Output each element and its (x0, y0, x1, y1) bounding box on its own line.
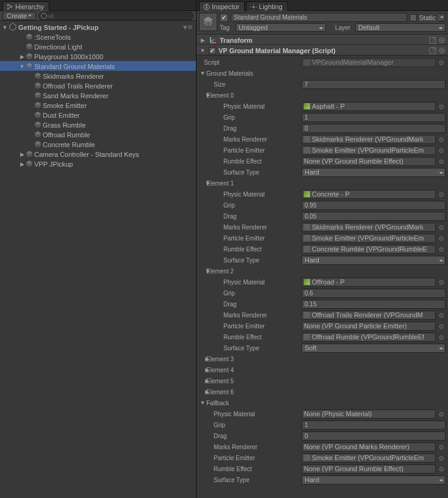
object-field[interactable]: None (VP Ground Particle Emitter) (302, 322, 436, 331)
number-field[interactable] (302, 124, 446, 133)
hierarchy-item[interactable]: Smoke Emitter (0, 100, 196, 110)
hierarchy-item[interactable]: ▼ Standard Ground Materials (0, 61, 196, 71)
foldout-icon[interactable] (27, 85, 34, 86)
foldout-icon[interactable]: ▶ (18, 151, 26, 157)
number-field[interactable] (302, 431, 446, 441)
number-field[interactable] (302, 420, 446, 430)
object-picker-icon[interactable]: ⊙ (437, 234, 446, 242)
object-field[interactable]: Skidmarks Renderer (VPGroundMark (302, 135, 436, 144)
foldout-icon[interactable] (27, 134, 34, 135)
static-checkbox[interactable] (410, 14, 417, 21)
hierarchy-item[interactable]: Sand Marks Renderer (0, 90, 196, 100)
object-field[interactable]: Offroad Rumble (VPGroundRumbleEf (302, 333, 436, 342)
object-picker-icon[interactable]: ⊙ (437, 102, 446, 110)
foldout-icon[interactable]: ▼ (199, 48, 206, 54)
hierarchy-item[interactable]: Grass Rumble (0, 120, 196, 129)
object-picker-icon[interactable]: ⊙ (437, 442, 446, 451)
object-field[interactable]: None (VP Ground Marks Renderer) (302, 442, 436, 452)
hierarchy-tree[interactable]: ▼ Getting Started - JPickup ▾≡ :SceneToo… (0, 21, 196, 498)
object-picker-icon[interactable]: ⊙ (437, 453, 446, 462)
foldout-icon[interactable]: ▶ (18, 161, 26, 167)
foldout-icon[interactable]: ▶ (199, 389, 206, 395)
foldout-icon[interactable] (27, 144, 34, 145)
enum-dropdown[interactable]: Soft (302, 344, 446, 353)
hierarchy-item[interactable]: Concrete Rumble (0, 139, 196, 149)
object-picker-icon[interactable]: ⊙ (437, 322, 446, 330)
size-field[interactable] (302, 80, 446, 89)
static-dropdown[interactable] (438, 13, 446, 21)
foldout-icon[interactable] (18, 37, 26, 37)
object-picker-icon[interactable]: ⊙ (437, 278, 446, 286)
object-picker-icon[interactable]: ⊙ (437, 135, 446, 143)
tag-dropdown[interactable]: Untagged (236, 23, 326, 32)
hierarchy-item[interactable]: ▶ VPP JPickup (0, 159, 196, 168)
object-picker-icon[interactable]: ⊙ (437, 245, 446, 253)
object-picker-icon[interactable]: ⊙ (437, 190, 446, 198)
foldout-icon[interactable]: ▶ (199, 367, 206, 373)
hierarchy-item[interactable]: ▶ Camera Controller - Standard Keys (0, 149, 196, 159)
number-field[interactable] (302, 300, 446, 309)
foldout-icon[interactable]: ▼ (1, 24, 9, 31)
foldout-icon[interactable]: ▼ (18, 63, 26, 70)
foldout-icon[interactable] (27, 115, 34, 115)
foldout-icon[interactable]: ▶ (199, 378, 206, 384)
object-picker-icon[interactable]: ⊙ (437, 410, 446, 418)
foldout-icon[interactable]: ▶ (199, 37, 206, 43)
enum-dropdown[interactable]: Hard (302, 256, 446, 265)
object-picker-icon[interactable]: ⊙ (437, 311, 446, 319)
foldout-icon[interactable] (27, 125, 34, 125)
foldout-icon[interactable] (27, 76, 34, 76)
foldout-icon[interactable]: ▶ (18, 53, 26, 60)
object-field[interactable]: Smoke Emitter (VPGroundParticleEm (302, 146, 436, 155)
object-field[interactable]: Concrete - P (302, 190, 436, 199)
hierarchy-item[interactable]: Dust Emitter (0, 110, 196, 120)
foldout-icon[interactable]: ▼ (199, 268, 206, 274)
hierarchy-item[interactable]: Offroad Trails Renderer (0, 81, 196, 90)
object-field[interactable]: None (VP Ground Rumble Effect) (302, 157, 436, 166)
foldout-icon[interactable]: ▶ (199, 356, 206, 362)
foldout-icon[interactable]: ▼ (199, 92, 206, 98)
help-icon[interactable]: ? (429, 47, 436, 54)
hierarchy-item[interactable]: :SceneTools (0, 32, 196, 42)
object-picker-icon[interactable]: ⊙ (437, 157, 446, 165)
gear-icon[interactable] (438, 37, 446, 44)
foldout-icon[interactable] (18, 46, 26, 47)
scene-root[interactable]: ▼ Getting Started - JPickup ▾≡ (0, 22, 196, 32)
object-picker-icon[interactable]: ⊙ (437, 223, 446, 231)
number-field[interactable] (302, 212, 446, 221)
object-field[interactable]: Smoke Emitter (VPGroundParticleEm (302, 453, 436, 463)
object-field[interactable]: Skidmarks Renderer (VPGroundMark (302, 223, 436, 232)
number-field[interactable] (302, 289, 446, 298)
static-toggle[interactable]: Static (410, 14, 436, 21)
foldout-icon[interactable] (27, 105, 34, 106)
hierarchy-item[interactable]: Offroad Rumble (0, 129, 196, 139)
enable-checkbox[interactable]: ✔ (209, 47, 216, 54)
help-icon[interactable]: ? (429, 37, 436, 44)
hierarchy-item[interactable]: Skidmarks Renderer (0, 71, 196, 81)
gameobject-icon[interactable] (199, 13, 217, 31)
transform-component[interactable]: ▶ Transform ? (197, 35, 448, 45)
tab-inspector[interactable]: Inspector (199, 1, 245, 11)
layer-dropdown[interactable]: Default (355, 23, 446, 32)
object-picker-icon[interactable]: ⊙ (437, 58, 446, 67)
hierarchy-item[interactable]: Directional Light (0, 42, 196, 51)
hierarchy-item[interactable]: ▶ Playground 1000x1000 (0, 51, 196, 61)
object-picker-icon[interactable]: ⊙ (437, 464, 446, 473)
foldout-icon[interactable]: ▼ (199, 70, 206, 76)
object-field[interactable]: Offroad - P (302, 278, 436, 287)
number-field[interactable] (302, 113, 446, 122)
context-menu-icon[interactable]: ▾≡ (183, 22, 192, 32)
foldout-icon[interactable] (27, 95, 34, 96)
object-field[interactable]: Asphalt - P (302, 102, 436, 111)
tab-hierarchy[interactable]: Hierarchy (2, 1, 49, 11)
object-field[interactable]: Concrete Rumble (VPGroundRumbleE (302, 245, 436, 254)
object-field[interactable]: None (Physic Material) (302, 410, 436, 419)
hierarchy-search[interactable]: All (38, 12, 193, 20)
ground-material-manager-component[interactable]: ▼ ✔ VP Ground Material Manager (Script) … (197, 45, 448, 56)
foldout-icon[interactable]: ▼ (199, 180, 206, 186)
create-button[interactable]: Create (2, 12, 36, 20)
enum-dropdown[interactable]: Hard (302, 168, 446, 177)
foldout-icon[interactable]: ▼ (199, 400, 206, 406)
object-field[interactable]: Offroad Trails Renderer (VPGroundM (302, 311, 436, 320)
number-field[interactable] (302, 201, 446, 210)
